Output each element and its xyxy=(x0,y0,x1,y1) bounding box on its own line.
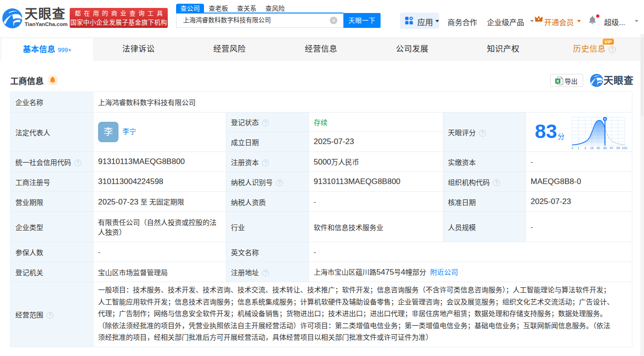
svg-text:50: 50 xyxy=(597,146,600,150)
svg-text:3: 3 xyxy=(585,146,586,150)
svg-text:0: 0 xyxy=(572,146,573,150)
svg-text:15: 15 xyxy=(590,146,594,150)
svg-text:100: 100 xyxy=(622,146,627,150)
svg-text:97: 97 xyxy=(610,146,613,150)
svg-text:1: 1 xyxy=(578,146,579,150)
svg-text:99: 99 xyxy=(617,146,620,150)
svg-text:85: 85 xyxy=(603,146,607,150)
